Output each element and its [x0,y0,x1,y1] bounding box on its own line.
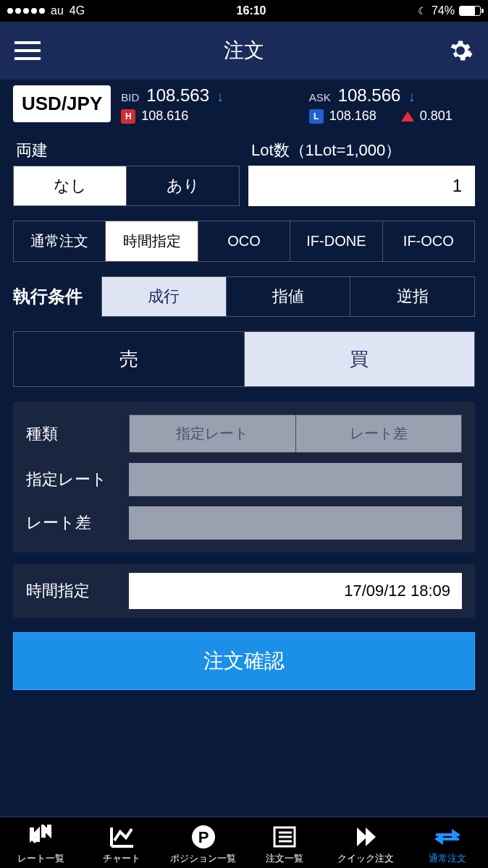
tab-label: ポジション一覧 [170,852,236,865]
chart-icon [106,823,138,851]
low-value: 108.168 [329,109,376,124]
tab-normal-order[interactable]: 通常注文 [407,823,488,865]
battery-percent: 74% [432,4,455,17]
bid-label: BID [121,91,139,103]
signal-strength-icon [7,8,45,14]
diff-input[interactable] [129,506,462,540]
type-diff-button[interactable]: レート差 [296,415,462,452]
tab-bar: レート一覧 チャート P ポジション一覧 注文一覧 クイック注文 通常注文 [0,816,488,868]
tab-orders[interactable]: 注文一覧 [244,823,325,865]
time-row: 時間指定 17/09/12 18:09 [13,564,475,618]
confirm-button[interactable]: 注文確認 [13,632,475,690]
positions-icon: P [188,823,219,851]
buy-button[interactable]: 買 [245,332,475,386]
clock: 16:10 [237,4,266,17]
rate-input[interactable] [129,463,462,496]
hedge-label: 両建 [13,135,240,166]
lot-input[interactable] [248,166,475,206]
sell-button[interactable]: 売 [14,332,245,386]
orders-icon [269,823,300,851]
order-type-ifdone[interactable]: IF-DONE [290,221,382,261]
time-input[interactable]: 17/09/12 18:09 [129,573,462,609]
hedge-none-button[interactable]: なし [14,166,127,205]
time-label: 時間指定 [26,580,120,602]
menu-icon[interactable] [14,41,41,60]
tab-label: クイック注文 [337,852,394,865]
type-segment: 指定レート レート差 [129,414,462,453]
price-bar: USD/JPY BID 108.563 ↓ ASK 108.566 ↓ H 10… [0,80,488,131]
gear-icon[interactable] [447,38,474,64]
quick-order-icon [350,823,382,851]
svg-marker-8 [357,827,367,846]
status-bar: au 4G 16:10 ☾ 74% [0,0,488,22]
order-type-oco[interactable]: OCO [198,221,290,261]
rate-label: 指定レート [26,469,120,490]
arrow-down-icon: ↓ [216,88,224,105]
bid-value: 108.563 [146,85,209,106]
high-value: 108.616 [141,109,188,124]
tab-label: 注文一覧 [266,852,303,865]
nav-bar: 注文 [0,22,488,80]
type-label: 種類 [26,423,120,445]
high-badge-icon: H [121,109,135,124]
svg-marker-9 [366,827,376,846]
order-type-ifoco[interactable]: IF-OCO [383,221,474,261]
order-type-segment: 通常注文 時間指定 OCO IF-DONE IF-OCO [13,221,475,262]
order-type-normal[interactable]: 通常注文 [14,221,106,261]
do-not-disturb-icon: ☾ [418,5,427,17]
exec-stop-button[interactable]: 逆指 [350,277,474,316]
exec-limit-button[interactable]: 指値 [227,277,351,316]
carrier-label: au [51,4,64,17]
arrow-down-icon: ↓ [408,88,415,105]
lot-label: Lot数（1Lot=1,000） [248,135,475,166]
tab-quick-order[interactable]: クイック注文 [325,823,406,865]
tab-rate-list[interactable]: レート一覧 [0,823,81,865]
network-label: 4G [70,4,85,17]
exec-label: 執行条件 [13,285,93,308]
tab-label: チャート [103,852,140,865]
page-title: 注文 [224,37,264,64]
side-segment: 売 買 [13,331,475,387]
ask-value: 108.566 [338,85,401,106]
type-rate-button[interactable]: 指定レート [130,415,296,452]
hedge-yes-button[interactable]: あり [127,166,239,205]
exec-market-button[interactable]: 成行 [102,277,227,316]
exec-segment: 成行 指値 逆指 [101,276,475,317]
hedge-segment: なし あり [13,166,240,206]
rate-list-icon [25,823,56,851]
ask-label: ASK [309,91,331,103]
currency-pair-badge[interactable]: USD/JPY [13,85,111,122]
battery-icon [459,6,481,16]
diff-label: レート差 [26,512,120,534]
detail-panel: 種類 指定レート レート差 指定レート レート差 [13,401,475,553]
normal-order-icon [432,823,463,851]
tab-label: レート一覧 [17,852,64,865]
triangle-up-icon [401,111,414,122]
order-type-time[interactable]: 時間指定 [106,221,198,261]
low-badge-icon: L [309,109,324,124]
spread-value: 0.801 [420,109,453,124]
tab-positions[interactable]: P ポジション一覧 [163,823,244,865]
tab-label: 通常注文 [429,852,466,865]
svg-text:P: P [198,828,209,846]
tab-chart[interactable]: チャート [81,823,162,865]
